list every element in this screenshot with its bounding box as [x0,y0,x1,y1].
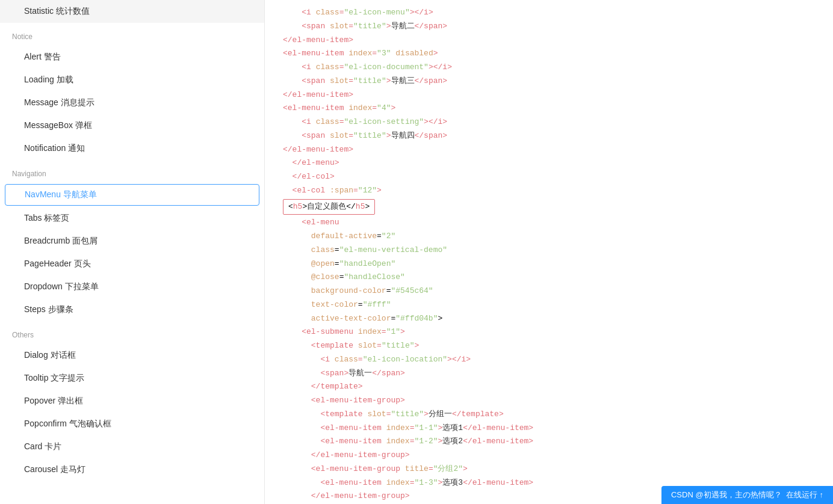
code-line: </el-menu-item-group> [283,449,815,463]
code-line: </template> [283,380,815,394]
code-line: <el-menu-item index="4"> [283,102,815,115]
sidebar-item-messagebox[interactable]: MessageBox 弹框 [0,114,264,137]
code-line: <el-col :span="12"> [283,184,815,198]
sidebar: Statistic 统计数值 Notice Alert 警告 Loading 加… [0,0,265,504]
code-line: <el-menu [283,216,815,230]
code-line: <el-menu-item index="1-2">选项2</el-menu-i… [283,435,815,449]
code-line: <span slot="title">导航二</span> [283,20,815,34]
code-line: active-text-color="#ffd04b"> [283,312,815,326]
code-line: <span>导航一</span> [283,367,815,381]
sidebar-item-card[interactable]: Card 卡片 [0,435,264,458]
code-line: <span slot="title">导航四</span> [283,129,815,143]
sidebar-section-navigation: Navigation [0,160,264,183]
code-panel: <i class="el-icon-menu"></i> <span slot=… [265,0,833,504]
sidebar-item-steps[interactable]: Steps 步骤条 [0,298,264,321]
sidebar-item-message[interactable]: Message 消息提示 [0,91,264,114]
code-line: </el-menu-item> [283,34,815,48]
sidebar-section-others: Others [0,321,264,344]
code-line: <template slot="title">分组一</template> [283,408,815,422]
sidebar-item-popconfirm[interactable]: Popconfirm 气泡确认框 [0,413,264,435]
code-line: <span slot="title">导航三</span> [283,75,815,88]
sidebar-item-tabs[interactable]: Tabs 标签页 [0,207,264,230]
code-line: background-color="#545c64" [283,284,815,298]
sidebar-item-popover[interactable]: Popover 弹出框 [0,390,264,413]
code-line: <i class="el-icon-menu"></i> [283,6,815,20]
sidebar-item-dropdown[interactable]: Dropdown 下拉菜单 [0,275,264,298]
code-block: <i class="el-icon-menu"></i> <span slot=… [283,0,815,504]
code-line: @close="handleClose" [283,271,815,284]
code-line: <el-menu-item index="1-1">选项1</el-menu-i… [283,422,815,435]
code-line: <el-menu-item-group> [283,394,815,408]
sidebar-item-alert[interactable]: Alert 警告 [0,46,264,69]
code-line-highlighted: <h5>自定义颜色</h5> [283,199,375,215]
code-line: </el-col> [283,170,815,184]
code-line: default-active="2" [283,230,815,244]
sidebar-item-pageheader[interactable]: PageHeader 页头 [0,253,264,275]
sidebar-section-notice: Notice [0,23,264,46]
code-line: @open="handleOpen" [283,257,815,271]
code-line: <i class="el-icon-document"></i> [283,61,815,75]
code-line: <el-submenu index="1"> [283,325,815,339]
bottom-bar: CSDN @初遇我，主の热情呢？ 在线运行 ↑ [661,486,833,504]
sidebar-item-statistic[interactable]: Statistic 统计数值 [0,0,264,23]
code-line: </el-menu-item> [283,88,815,102]
code-line: text-color="#fff" [283,298,815,312]
code-line: class="el-menu-vertical-demo" [283,244,815,257]
code-line: <template slot="title"> [283,339,815,353]
code-line: <el-menu-item index="3" disabled> [283,47,815,61]
code-line: <i class="el-icon-setting"></i> [283,115,815,129]
code-line: </el-menu-item> [283,143,815,157]
sidebar-item-notification[interactable]: Notification 通知 [0,137,264,160]
sidebar-item-dialog[interactable]: Dialog 对话框 [0,344,264,367]
sidebar-item-navmenu[interactable]: NavMenu 导航菜单 [5,184,259,206]
code-line: </el-menu> [283,156,815,170]
code-line: <el-menu-item-group title="分组2"> [283,463,815,476]
sidebar-item-tooltip[interactable]: Tooltip 文字提示 [0,367,264,390]
sidebar-item-loading[interactable]: Loading 加载 [0,69,264,91]
code-line: <i class="el-icon-location"></i> [283,353,815,367]
sidebar-item-carousel[interactable]: Carousel 走马灯 [0,458,264,481]
sidebar-item-breadcrumb[interactable]: Breadcrumb 面包屑 [0,230,264,253]
